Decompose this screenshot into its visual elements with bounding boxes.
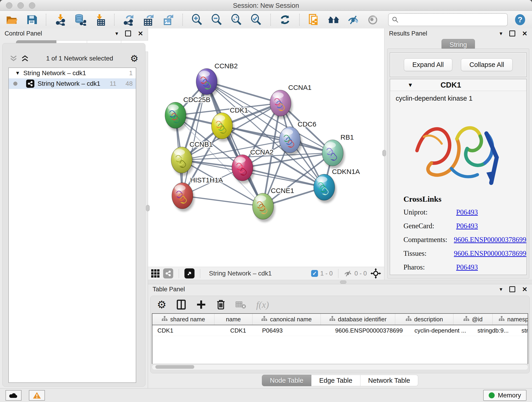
tab-network-table[interactable]: Network Table: [360, 375, 418, 386]
float-panel-icon[interactable]: [125, 31, 131, 36]
pan-crosshair-icon[interactable]: [370, 268, 381, 279]
memory-button[interactable]: Memory: [483, 390, 526, 401]
import-network-database-icon[interactable]: [74, 14, 86, 26]
delete-column-icon[interactable]: [216, 299, 225, 310]
network-node-CCNE1[interactable]: CCNE1: [253, 187, 294, 222]
export-table-icon[interactable]: [143, 14, 154, 26]
crosslink-link[interactable]: P06493: [456, 263, 478, 271]
open-session-icon[interactable]: [6, 14, 18, 26]
first-neighbors-icon[interactable]: [328, 14, 340, 26]
close-panel-icon[interactable]: ✕: [522, 30, 527, 37]
control-panel: Control Panel ▾ ✕ NetworkStyleSelectSets…: [0, 28, 148, 389]
import-network-file-icon[interactable]: [55, 14, 66, 26]
show-all-icon[interactable]: [367, 14, 379, 26]
network-row[interactable]: String Network – cdk1 11 48: [9, 78, 136, 89]
close-panel-icon[interactable]: ✕: [138, 30, 143, 37]
warning-icon: [33, 392, 41, 399]
table-horizontal-scrollbar[interactable]: [152, 364, 528, 370]
splitter-handle[interactable]: [340, 281, 346, 284]
warning-status-button[interactable]: [29, 390, 45, 401]
crosslink-link[interactable]: 9606.ENSP00000378699: [454, 236, 526, 244]
network-label: String Network – cdk1: [38, 80, 100, 87]
table-row[interactable]: CDK1CDK1P064939606.ENSP00000378699cyclin…: [152, 325, 528, 336]
save-session-icon[interactable]: [26, 14, 38, 26]
network-options-gear-icon[interactable]: ⚙: [130, 54, 138, 63]
scrollbar-thumb[interactable]: [155, 365, 194, 369]
network-share-icon[interactable]: [163, 268, 173, 279]
crosslink-link[interactable]: 9606.ENSP00000378699: [454, 249, 526, 258]
network-node-RB1[interactable]: RB1: [322, 133, 354, 169]
tab-edge-table[interactable]: Edge Table: [311, 375, 360, 386]
delete-table-icon[interactable]: [235, 300, 246, 309]
table-options-gear-icon[interactable]: ⚙: [157, 299, 166, 310]
search-box[interactable]: [388, 13, 508, 26]
node-table[interactable]: shared namenamecanonical namedatabase id…: [152, 313, 528, 364]
column-header-description[interactable]: description: [395, 314, 453, 325]
column-header-name[interactable]: name: [215, 314, 253, 325]
column-header-shared-name[interactable]: shared name: [152, 314, 215, 325]
crosslink-row: GeneCard:P06493: [404, 222, 526, 230]
panel-menu-icon[interactable]: ▾: [115, 30, 118, 37]
grid-layout-icon[interactable]: [151, 269, 159, 278]
search-input[interactable]: [401, 16, 504, 23]
window-status-bar: Memory: [0, 388, 532, 402]
node-label: CCNA2: [250, 148, 273, 156]
import-table-file-icon[interactable]: [94, 14, 106, 26]
export-image-icon[interactable]: [162, 14, 174, 26]
expand-all-networks-icon[interactable]: [21, 55, 29, 62]
crosslink-link[interactable]: P06493: [456, 222, 478, 230]
crosslink-label: GeneCard:: [404, 222, 456, 230]
network-snapshot-icon[interactable]: [308, 14, 320, 26]
table-cell: CDK1: [152, 325, 219, 336]
svg-text:?: ?: [518, 15, 523, 24]
table-cell: cyclin-dependent ...: [409, 325, 472, 336]
crosslink-link[interactable]: P06493: [456, 208, 478, 216]
current-network-dot-icon: [13, 82, 17, 86]
selected-checkbox-icon[interactable]: ✓: [311, 270, 318, 277]
network-graph[interactable]: CCNB2CCNA1CDC25BCDK1CDC6RB1CCNB1CCNA2CDK…: [148, 28, 384, 267]
network-node-CDKN1A[interactable]: CDKN1A: [314, 168, 360, 203]
show-columns-icon[interactable]: [177, 299, 186, 310]
network-collection-row[interactable]: ▼ String Network – cdk1 1: [9, 68, 136, 78]
hidden-eye-icon: [344, 270, 352, 277]
panel-menu-icon[interactable]: ▾: [500, 30, 502, 37]
birds-eye-view-icon[interactable]: [184, 268, 195, 279]
horizontal-splitter[interactable]: [148, 280, 532, 284]
network-canvas[interactable]: CCNB2CCNA1CDC25BCDK1CDC6RB1CCNB1CCNA2CDK…: [148, 28, 384, 267]
zoom-out-icon[interactable]: [211, 14, 223, 26]
add-column-icon[interactable]: [196, 300, 206, 310]
hide-selected-icon[interactable]: [347, 14, 359, 26]
node-label: HIST1H1A: [190, 176, 223, 184]
network-node-CCNB2[interactable]: CCNB2: [196, 62, 238, 97]
splitter-handle[interactable]: [382, 150, 386, 156]
refresh-view-icon[interactable]: [279, 14, 291, 26]
tab-node-table[interactable]: Node Table: [262, 375, 311, 386]
column-header-namespac[interactable]: namespac: [493, 314, 528, 325]
column-header-canonical-name[interactable]: canonical name: [253, 314, 321, 325]
collapse-all-button[interactable]: Collapse All: [461, 58, 513, 71]
close-panel-icon[interactable]: ✕: [522, 286, 527, 293]
help-icon[interactable]: ?: [514, 14, 526, 26]
gene-header[interactable]: ▼ CDK1: [390, 79, 526, 91]
network-node-CCNB1[interactable]: CCNB1: [171, 140, 213, 176]
float-panel-icon[interactable]: [509, 286, 515, 292]
column-header-@id[interactable]: @id: [453, 314, 493, 325]
collection-label: String Network – cdk1: [23, 70, 86, 77]
network-edge[interactable]: [207, 82, 263, 206]
function-builder-icon[interactable]: f(x): [256, 299, 269, 310]
collection-expand-icon[interactable]: ▼: [15, 70, 20, 76]
collapse-all-networks-icon[interactable]: [9, 55, 18, 62]
cloud-status-button[interactable]: [6, 390, 22, 401]
zoom-in-icon[interactable]: [191, 14, 203, 26]
column-header-database-identifier[interactable]: database identifier: [321, 314, 395, 325]
export-network-icon[interactable]: [123, 14, 135, 26]
zoom-selected-icon[interactable]: [250, 14, 262, 26]
zoom-fit-icon[interactable]: [230, 14, 242, 26]
float-panel-icon[interactable]: [509, 31, 515, 36]
splitter-handle[interactable]: [146, 205, 150, 211]
collapse-gene-icon[interactable]: ▼: [408, 82, 413, 88]
gene-description: cyclin-dependent kinase 1: [390, 91, 526, 104]
panel-menu-icon[interactable]: ▾: [500, 286, 502, 293]
network-node-HIST1H1A[interactable]: HIST1H1A: [172, 176, 223, 211]
expand-all-button[interactable]: Expand All: [404, 58, 452, 71]
